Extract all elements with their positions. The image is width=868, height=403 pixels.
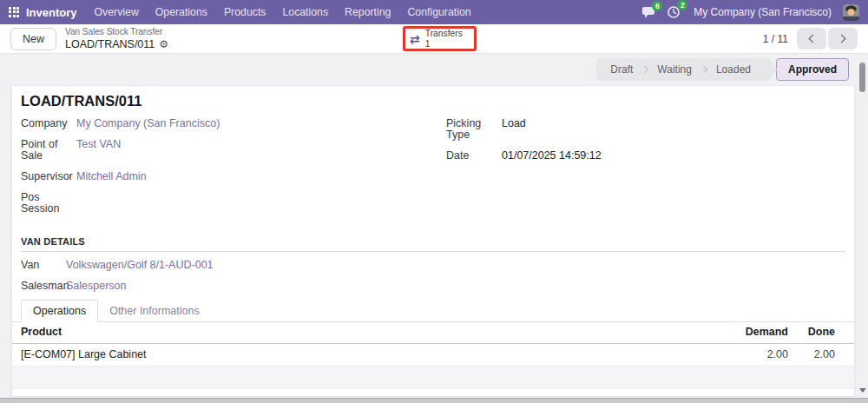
tab-operations[interactable]: Operations — [21, 300, 98, 322]
transfers-stat-button[interactable]: ⇄ Transfers 1 — [405, 29, 463, 49]
transfer-arrows-icon: ⇄ — [410, 33, 420, 45]
pager-previous-button[interactable] — [797, 28, 826, 50]
new-button[interactable]: New — [10, 28, 56, 50]
field-van: Van Volkswagen/Golf 8/1-AUD-001 — [21, 260, 845, 271]
field-point-of-sale: Point of Sale Test VAN — [21, 139, 420, 162]
notebook-tabs: Operations Other Informations — [12, 301, 854, 322]
status-step-waiting[interactable]: Waiting — [645, 58, 704, 81]
table-row[interactable]: [E-COM07] Large Cabinet 2.00 2.00 — [12, 344, 854, 367]
pager-value[interactable]: 1 / 11 — [763, 33, 788, 45]
field-label: Supervisor — [21, 171, 76, 182]
field-label: Van — [21, 260, 66, 271]
scrollbar-thumb[interactable] — [859, 63, 865, 92]
field-label: Company — [21, 118, 76, 129]
field-label: Picking Type — [446, 118, 502, 141]
empty-list-row — [12, 367, 854, 389]
breadcrumb-model[interactable]: Van Sales Stock Transfer — [65, 28, 168, 36]
nav-menu: Overview Operations Products Locations R… — [95, 6, 471, 18]
apps-grid-icon[interactable] — [9, 7, 20, 18]
annotation-highlight-box: ⇄ Transfers 1 — [403, 26, 477, 51]
list-header: Product Demand Done — [12, 322, 854, 344]
statusbar: Draft Waiting Loaded Approved — [596, 58, 849, 81]
avatar-image — [843, 4, 859, 21]
right-field-column: Picking Type Load Date 01/07/2025 14:59:… — [446, 118, 845, 171]
tab-other-informations[interactable]: Other Informations — [98, 301, 211, 321]
systray: 6 2 My Company (San Francisco) — [641, 4, 859, 21]
status-step-loaded[interactable]: Loaded — [704, 58, 763, 81]
transfers-label: Transfers — [425, 29, 463, 39]
gear-icon[interactable]: ⚙ — [159, 39, 168, 50]
pager: 1 / 11 — [763, 28, 858, 50]
form-sheet: LOAD/TRANS/011 Company My Company (San F… — [11, 85, 855, 396]
pager-next-button[interactable] — [828, 28, 858, 50]
operations-list: Product Demand Done [E-COM07] Large Cabi… — [12, 322, 854, 396]
field-label: Salesman — [21, 281, 66, 292]
messages-badge: 6 — [652, 1, 662, 11]
record-title: LOAD/TRANS/011 — [21, 93, 845, 109]
field-label: Pos Session — [21, 192, 76, 215]
nav-item-configuration[interactable]: Configuration — [407, 6, 470, 18]
field-value-van[interactable]: Volkswagen/Golf 8/1-AUD-001 — [66, 260, 214, 271]
field-date: Date 01/07/2025 14:59:12 — [446, 150, 845, 162]
activities-badge: 2 — [677, 0, 687, 10]
field-company: Company My Company (San Francisco) — [21, 118, 420, 129]
cell-demand[interactable]: 2.00 — [719, 349, 788, 360]
scrollbar-down-arrow-icon[interactable] — [859, 388, 866, 393]
status-step-approved[interactable]: Approved — [776, 58, 849, 81]
pager-buttons — [797, 28, 858, 50]
field-value-date[interactable]: 01/07/2025 14:59:12 — [502, 150, 602, 162]
cell-done[interactable]: 2.00 — [788, 349, 845, 360]
cell-product[interactable]: [E-COM07] Large Cabinet — [12, 349, 719, 360]
column-header-product[interactable]: Product — [12, 327, 719, 338]
statusbar-steps: Draft Waiting Loaded — [596, 58, 777, 81]
breadcrumb: Van Sales Stock Transfer LOAD/TRANS/011 … — [65, 28, 168, 50]
van-details-group: Van Volkswagen/Golf 8/1-AUD-001 Salesman… — [21, 260, 845, 292]
field-value-point-of-sale[interactable]: Test VAN — [76, 139, 121, 162]
breadcrumb-record: LOAD/TRANS/011 ⚙ — [65, 39, 168, 50]
empty-list-row — [12, 389, 854, 396]
field-pos-session: Pos Session — [21, 192, 420, 215]
app-window: Inventory Overview Operations Products L… — [0, 0, 868, 403]
nav-item-overview[interactable]: Overview — [95, 6, 139, 18]
breadcrumb-record-name[interactable]: LOAD/TRANS/011 — [65, 39, 155, 50]
messages-icon[interactable]: 6 — [641, 6, 655, 19]
field-value-supervisor[interactable]: Mitchell Admin — [76, 171, 147, 182]
field-picking-type: Picking Type Load — [446, 118, 845, 141]
field-label: Point of Sale — [21, 139, 76, 162]
chevron-left-icon — [809, 35, 818, 43]
company-switcher[interactable]: My Company (San Francisco) — [694, 6, 832, 18]
nav-item-products[interactable]: Products — [224, 6, 266, 18]
nav-item-reporting[interactable]: Reporting — [345, 6, 391, 18]
transfers-count: 1 — [425, 39, 431, 50]
field-value-company[interactable]: My Company (San Francisco) — [76, 118, 220, 129]
status-step-draft[interactable]: Draft — [598, 58, 645, 81]
field-salesman: Salesman Salesperson — [21, 281, 845, 292]
field-value-picking-type[interactable]: Load — [502, 118, 526, 141]
activities-icon[interactable]: 2 — [667, 5, 681, 19]
horizontal-scrollbar[interactable] — [0, 398, 868, 403]
nav-item-operations[interactable]: Operations — [155, 6, 207, 18]
field-value-salesman[interactable]: Salesperson — [66, 281, 127, 292]
statusbar-row: Draft Waiting Loaded Approved — [0, 54, 868, 85]
transfers-stat-text: Transfers 1 — [425, 29, 463, 49]
field-supervisor: Supervisor Mitchell Admin — [21, 171, 420, 182]
control-panel: New Van Sales Stock Transfer LOAD/TRANS/… — [0, 24, 868, 54]
user-avatar[interactable] — [843, 4, 859, 21]
field-label: Date — [446, 150, 502, 162]
app-menu-inventory[interactable]: Inventory — [26, 6, 77, 19]
column-header-demand[interactable]: Demand — [719, 327, 788, 338]
chevron-right-icon — [838, 35, 846, 43]
nav-item-locations[interactable]: Locations — [282, 6, 328, 18]
column-header-done[interactable]: Done — [788, 327, 845, 338]
vertical-scrollbar[interactable] — [859, 61, 866, 393]
left-field-column: Company My Company (San Francisco) Point… — [21, 118, 420, 224]
top-nav: Inventory Overview Operations Products L… — [0, 0, 868, 24]
sheet-body: LOAD/TRANS/011 Company My Company (San F… — [12, 86, 854, 292]
field-grid: Company My Company (San Francisco) Point… — [21, 118, 845, 224]
section-title-van-details: VAN DETAILS — [21, 236, 845, 252]
form-view: Draft Waiting Loaded Approved LOAD/TRANS… — [0, 54, 868, 403]
